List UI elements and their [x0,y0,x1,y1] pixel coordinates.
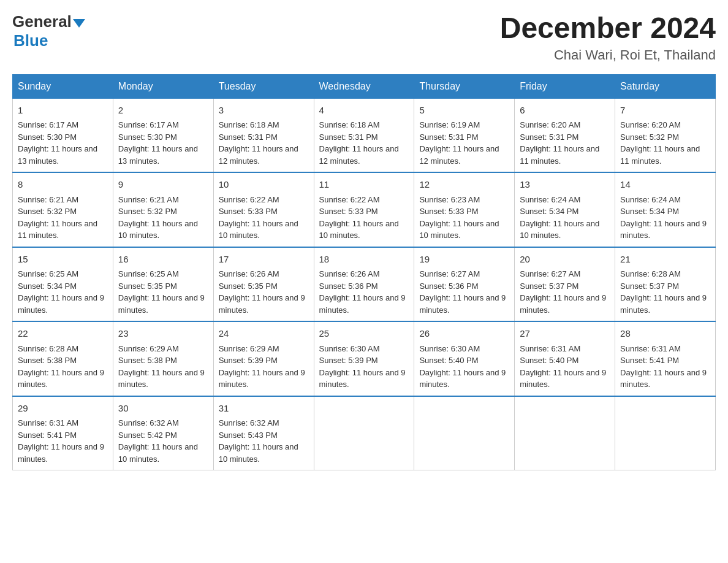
day-info: Sunrise: 6:25 AMSunset: 5:34 PMDaylight:… [18,269,104,315]
weekday-header-wednesday: Wednesday [314,74,414,98]
calendar-cell: 16 Sunrise: 6:25 AMSunset: 5:35 PMDaylig… [113,247,213,322]
day-number: 24 [219,327,309,341]
calendar-cell: 14 Sunrise: 6:24 AMSunset: 5:34 PMDaylig… [615,172,716,247]
day-number: 25 [319,327,409,341]
calendar-cell: 4 Sunrise: 6:18 AMSunset: 5:31 PMDayligh… [314,98,414,172]
calendar-cell: 18 Sunrise: 6:26 AMSunset: 5:36 PMDaylig… [314,247,414,322]
calendar-cell: 28 Sunrise: 6:31 AMSunset: 5:41 PMDaylig… [615,321,716,396]
logo: General Blue [12,12,85,50]
title-section: December 2024 Chai Wari, Roi Et, Thailan… [500,12,716,63]
logo-general-text: General [12,12,72,31]
day-info: Sunrise: 6:20 AMSunset: 5:31 PMDaylight:… [520,120,599,166]
day-info: Sunrise: 6:30 AMSunset: 5:39 PMDaylight:… [319,344,406,389]
day-info: Sunrise: 6:22 AMSunset: 5:33 PMDaylight:… [219,195,298,240]
day-info: Sunrise: 6:32 AMSunset: 5:42 PMDaylight:… [118,418,198,464]
day-info: Sunrise: 6:31 AMSunset: 5:41 PMDaylight:… [620,344,707,389]
day-number: 1 [18,104,108,118]
day-number: 6 [520,104,610,118]
day-info: Sunrise: 6:20 AMSunset: 5:32 PMDaylight:… [620,120,700,166]
calendar-cell: 27 Sunrise: 6:31 AMSunset: 5:40 PMDaylig… [515,321,615,396]
day-number: 30 [118,402,208,416]
calendar-cell: 6 Sunrise: 6:20 AMSunset: 5:31 PMDayligh… [515,98,615,172]
calendar-cell: 11 Sunrise: 6:22 AMSunset: 5:33 PMDaylig… [314,172,414,247]
page-header: General Blue December 2024 Chai Wari, Ro… [12,12,716,63]
day-number: 8 [18,178,108,192]
calendar-cell: 9 Sunrise: 6:21 AMSunset: 5:32 PMDayligh… [113,172,213,247]
month-year-title: December 2024 [500,12,716,45]
day-number: 9 [118,178,208,192]
calendar-cell: 29 Sunrise: 6:31 AMSunset: 5:41 PMDaylig… [13,396,113,470]
day-info: Sunrise: 6:25 AMSunset: 5:35 PMDaylight:… [118,269,205,315]
day-info: Sunrise: 6:28 AMSunset: 5:38 PMDaylight:… [18,344,104,389]
day-number: 20 [520,253,610,267]
weekday-header-tuesday: Tuesday [213,74,314,98]
day-number: 3 [219,104,309,118]
calendar-cell [414,396,515,470]
calendar-cell: 24 Sunrise: 6:29 AMSunset: 5:39 PMDaylig… [213,321,314,396]
day-info: Sunrise: 6:26 AMSunset: 5:36 PMDaylight:… [319,269,406,315]
calendar-cell: 7 Sunrise: 6:20 AMSunset: 5:32 PMDayligh… [615,98,716,172]
day-info: Sunrise: 6:28 AMSunset: 5:37 PMDaylight:… [620,269,707,315]
calendar-cell: 19 Sunrise: 6:27 AMSunset: 5:36 PMDaylig… [414,247,515,322]
day-number: 13 [520,178,610,192]
day-number: 11 [319,178,409,192]
calendar-cell: 8 Sunrise: 6:21 AMSunset: 5:32 PMDayligh… [13,172,113,247]
day-number: 21 [620,253,710,267]
svg-marker-0 [73,19,85,28]
weekday-header-sunday: Sunday [13,74,113,98]
day-number: 14 [620,178,710,192]
calendar-cell: 10 Sunrise: 6:22 AMSunset: 5:33 PMDaylig… [213,172,314,247]
day-number: 17 [219,253,309,267]
calendar-cell: 23 Sunrise: 6:29 AMSunset: 5:38 PMDaylig… [113,321,213,396]
calendar-table: SundayMondayTuesdayWednesdayThursdayFrid… [12,74,716,471]
day-info: Sunrise: 6:17 AMSunset: 5:30 PMDaylight:… [118,120,198,166]
day-info: Sunrise: 6:29 AMSunset: 5:39 PMDaylight:… [219,344,305,389]
day-number: 12 [419,178,509,192]
day-number: 22 [18,327,108,341]
day-info: Sunrise: 6:21 AMSunset: 5:32 PMDaylight:… [118,195,198,240]
day-info: Sunrise: 6:24 AMSunset: 5:34 PMDaylight:… [620,195,707,240]
day-number: 15 [18,253,108,267]
day-info: Sunrise: 6:29 AMSunset: 5:38 PMDaylight:… [118,344,205,389]
day-info: Sunrise: 6:27 AMSunset: 5:36 PMDaylight:… [419,269,506,315]
day-number: 27 [520,327,610,341]
day-number: 16 [118,253,208,267]
calendar-cell: 22 Sunrise: 6:28 AMSunset: 5:38 PMDaylig… [13,321,113,396]
day-number: 28 [620,327,710,341]
calendar-cell [515,396,615,470]
day-info: Sunrise: 6:17 AMSunset: 5:30 PMDaylight:… [18,120,97,166]
day-info: Sunrise: 6:18 AMSunset: 5:31 PMDaylight:… [319,120,399,166]
week-row-4: 22 Sunrise: 6:28 AMSunset: 5:38 PMDaylig… [13,321,716,396]
calendar-cell [314,396,414,470]
day-number: 7 [620,104,710,118]
calendar-cell: 21 Sunrise: 6:28 AMSunset: 5:37 PMDaylig… [615,247,716,322]
day-info: Sunrise: 6:19 AMSunset: 5:31 PMDaylight:… [419,120,499,166]
day-info: Sunrise: 6:26 AMSunset: 5:35 PMDaylight:… [219,269,305,315]
calendar-cell: 15 Sunrise: 6:25 AMSunset: 5:34 PMDaylig… [13,247,113,322]
day-number: 26 [419,327,509,341]
calendar-cell: 1 Sunrise: 6:17 AMSunset: 5:30 PMDayligh… [13,98,113,172]
day-number: 18 [319,253,409,267]
day-info: Sunrise: 6:22 AMSunset: 5:33 PMDaylight:… [319,195,399,240]
day-info: Sunrise: 6:24 AMSunset: 5:34 PMDaylight:… [520,195,599,240]
calendar-cell: 2 Sunrise: 6:17 AMSunset: 5:30 PMDayligh… [113,98,213,172]
day-number: 19 [419,253,509,267]
day-info: Sunrise: 6:30 AMSunset: 5:40 PMDaylight:… [419,344,506,389]
day-info: Sunrise: 6:32 AMSunset: 5:43 PMDaylight:… [219,418,298,464]
day-info: Sunrise: 6:18 AMSunset: 5:31 PMDaylight:… [219,120,298,166]
weekday-header-thursday: Thursday [414,74,515,98]
day-info: Sunrise: 6:31 AMSunset: 5:40 PMDaylight:… [520,344,606,389]
calendar-cell: 20 Sunrise: 6:27 AMSunset: 5:37 PMDaylig… [515,247,615,322]
logo-blue-text: Blue [13,31,48,50]
day-number: 2 [118,104,208,118]
day-info: Sunrise: 6:21 AMSunset: 5:32 PMDaylight:… [18,195,97,240]
weekday-header-friday: Friday [515,74,615,98]
day-number: 31 [219,402,309,416]
day-number: 4 [319,104,409,118]
weekday-header-row: SundayMondayTuesdayWednesdayThursdayFrid… [13,74,716,98]
week-row-5: 29 Sunrise: 6:31 AMSunset: 5:41 PMDaylig… [13,396,716,470]
day-number: 23 [118,327,208,341]
day-number: 29 [18,402,108,416]
week-row-3: 15 Sunrise: 6:25 AMSunset: 5:34 PMDaylig… [13,247,716,322]
calendar-cell: 30 Sunrise: 6:32 AMSunset: 5:42 PMDaylig… [113,396,213,470]
